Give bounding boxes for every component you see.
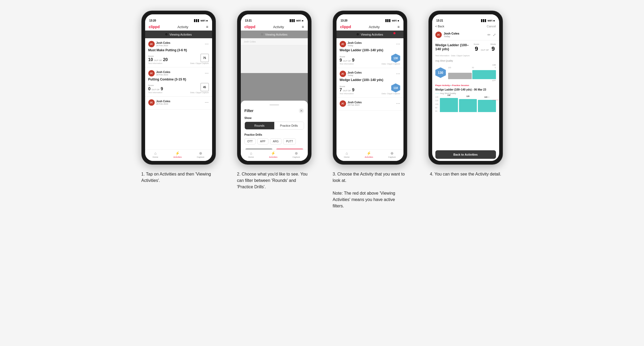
user-row-3-1: JC Josh Coles Today: [340, 41, 362, 47]
sq-hex-3-2: 118: [391, 83, 400, 92]
avatar-1-2: JC: [148, 70, 155, 76]
activities-icon-2: ⚡: [271, 151, 275, 155]
practice-drills-toggle[interactable]: Practice Drills: [274, 122, 304, 129]
more-dots-3-1[interactable]: ···: [396, 42, 400, 46]
tab-activities-3[interactable]: ⚡ Activities: [365, 151, 373, 158]
more-dots-3-3[interactable]: ···: [396, 101, 400, 106]
drill-tag-putt[interactable]: PUTT: [283, 138, 296, 144]
user-row-1-3: JC Josh Coles 28 Feb 2023: [148, 99, 170, 106]
data-source-1-2: Data: Clippd Capture: [190, 91, 209, 94]
user-name-3-3: Josh Coles: [348, 101, 362, 104]
nav-title-2: Activity: [273, 25, 284, 29]
score-value-1-1: 10: [148, 57, 153, 62]
bottom-tabs-2: ⌂ Home ⚡ Activities ⊕ Capture: [241, 149, 308, 161]
filter-close-btn[interactable]: ✕: [299, 108, 304, 113]
tab-home-label-2: Home: [248, 156, 254, 158]
tab-activities-1[interactable]: ⚡ Activities: [173, 151, 182, 158]
drill-tag-ott[interactable]: OTT: [245, 138, 256, 144]
wifi-icon-4: WiFi: [487, 19, 493, 22]
card-header-1-2: JC Josh Coles 28 Feb 2023 ···: [148, 70, 209, 76]
user-info-3-2: Josh Coles Today: [348, 71, 362, 76]
action-icons-4: ✏ ⤢: [487, 33, 496, 37]
more-dots-1-2[interactable]: ···: [205, 71, 209, 75]
page-container: 13:20 ▋▋▋ WiFi ■ clippd Activity ≡ ⚙ V: [136, 11, 508, 209]
step-1-description: 1. Tap on Activities and then 'Viewing A…: [141, 171, 216, 184]
nav-title-3: Activity: [369, 25, 380, 29]
test-info-1-1: Test Information: [148, 62, 162, 65]
activity-title-3-1: Wedge Ladder (100–140 yds): [340, 48, 400, 52]
shots-1-1: 20: [163, 57, 168, 62]
info-row-1-2: Test Information Data: Clippd Capture: [148, 91, 209, 94]
avatar-1-1: JC: [148, 41, 155, 47]
drill-tag-app[interactable]: APP: [257, 138, 268, 144]
more-dots-1-3[interactable]: ···: [205, 100, 209, 105]
detail-user-row-4: JC Josh Coles Today ✏ ⤢: [432, 29, 499, 40]
user-date-1-1: 28 Feb 2023: [156, 44, 170, 47]
cancel-btn-4[interactable]: Cancel: [487, 25, 496, 28]
detail-user-info-4: Josh Coles Today: [444, 32, 460, 38]
back-to-activities-btn-4[interactable]: Back to Activities: [435, 150, 496, 159]
capture-icon-2: ⊕: [295, 151, 298, 155]
drill-tag-arg[interactable]: ARG: [270, 138, 282, 144]
test-info-1-2: Test Information: [148, 91, 162, 94]
avatar-4: JC: [435, 32, 442, 38]
viewing-banner-text-1: Viewing Activities: [169, 33, 192, 36]
tab-capture-2[interactable]: ⊕ Capture: [293, 151, 300, 158]
activity-title-1-1: Must Make Putting (3-6 ft): [148, 48, 209, 52]
battery-icon-2: ■: [302, 19, 303, 22]
score-label-3-2: Score: [340, 85, 355, 88]
user-name-1-3: Josh Coles: [156, 100, 170, 103]
tab-home-3[interactable]: ⌂ Home: [344, 151, 350, 158]
user-name-3-2: Josh Coles: [348, 71, 362, 74]
more-dots-1-1[interactable]: ···: [205, 42, 209, 46]
tab-home-2[interactable]: ⌂ Home: [248, 151, 254, 158]
activity-card-3-2[interactable]: JC Josh Coles Today ··· Wedge Ladder (10…: [336, 68, 403, 98]
activities-icon-3: ⚡: [367, 151, 371, 155]
back-btn-4[interactable]: < Back: [435, 25, 444, 28]
step-2-column: 13:21 ▋▋▋ WiFi ■ clippd Activity ≡ ⚙ V: [232, 11, 317, 190]
home-icon-3: ⌂: [346, 151, 348, 155]
score-value-1-2: 0: [148, 87, 151, 91]
tab-capture-1[interactable]: ⊕ Capture: [197, 151, 204, 158]
tab-capture-3[interactable]: ⊕ Capture: [388, 151, 396, 158]
edit-icon-4[interactable]: ✏: [487, 33, 491, 37]
user-info-3-1: Josh Coles Today: [348, 41, 362, 47]
tab-home-label-1: Home: [153, 156, 158, 158]
user-info-1-1: Josh Coles 28 Feb 2023: [156, 41, 170, 47]
menu-icon-2: ≡: [302, 25, 304, 29]
expand-icon-4[interactable]: ⤢: [493, 33, 496, 37]
avatar-3-3: JC: [340, 100, 346, 107]
app-nav-1: clippd Activity ≡: [145, 23, 212, 31]
activity-card-3-1[interactable]: JC Josh Coles Today ··· Wedge Ladder (10…: [336, 38, 403, 68]
chart-bars-4: [448, 69, 496, 79]
more-dots-3-2[interactable]: ···: [396, 72, 400, 76]
red-dot-3: [393, 32, 395, 34]
status-bar-2: 13:21 ▋▋▋ WiFi ■: [241, 14, 308, 23]
viewing-banner-1[interactable]: ⚙ Viewing Activities: [145, 31, 212, 38]
test-info-text-4: Test Information: [435, 54, 449, 57]
viewing-banner-3[interactable]: ⚙ Viewing Activities: [336, 31, 403, 38]
rounds-toggle[interactable]: Rounds: [245, 122, 274, 129]
status-icons-3: ▋▋▋ WiFi ■: [385, 19, 399, 22]
status-bar-4: 13:21 ▋▋▋ WiFi ■: [432, 14, 499, 23]
detail-activity-title-4: Wedge Ladder (100–140 yds): [435, 43, 474, 51]
score-big-4: 9: [475, 45, 478, 52]
status-icons-2: ▋▋▋ WiFi ■: [290, 19, 303, 22]
avg-sq-label-4: Avg Shot Quality: [435, 59, 496, 62]
chart-x-label-4: APP: [448, 80, 496, 82]
tab-activities-label-2: Activities: [269, 156, 277, 158]
capture-icon-3: ⊕: [390, 151, 394, 155]
drill-type-row: OTT APP ARG PUTT: [245, 138, 304, 144]
activity-card-1-1[interactable]: JC Josh Coles 28 Feb 2023 ··· Must Make …: [145, 38, 212, 67]
tab-activities-2[interactable]: ⚡ Activities: [269, 151, 277, 158]
activity-card-1-2[interactable]: JC Josh Coles 28 Feb 2023 ··· Putting Co…: [145, 67, 212, 97]
bar-chart-bars-4: 1401201008060 132 129: [435, 96, 496, 112]
score-value-3-1: 9: [340, 58, 342, 63]
practice-drills-section-label: Practice Drills: [245, 133, 304, 136]
tab-home-1[interactable]: ⌂ Home: [153, 151, 158, 158]
test-info-3-2: Test Information: [340, 92, 354, 95]
chart-y-labels: 100500: [448, 67, 496, 69]
sq-badge-1-2: 45: [200, 83, 209, 91]
activities-icon-1: ⚡: [175, 151, 180, 155]
tab-capture-label-2: Capture: [293, 156, 300, 158]
